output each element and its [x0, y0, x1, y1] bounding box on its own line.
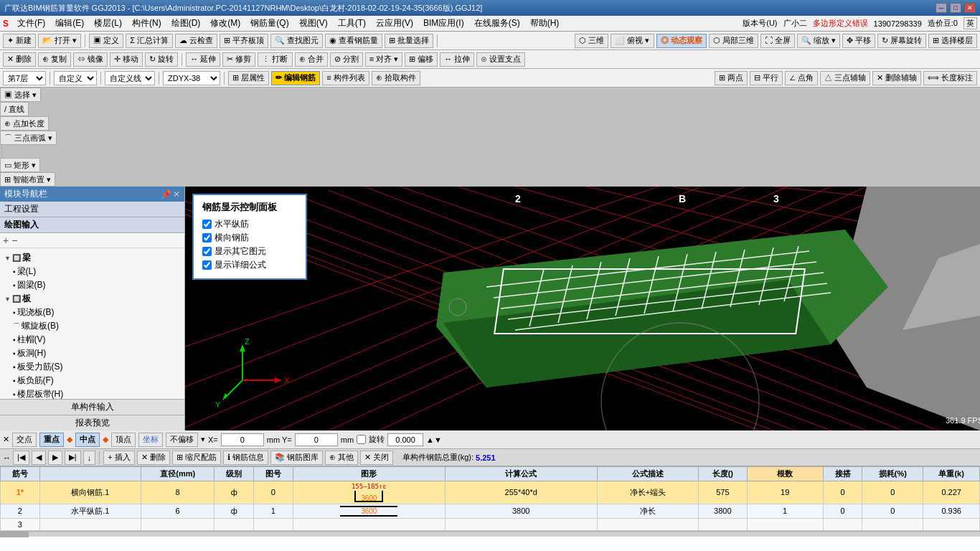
- delete-aux-button[interactable]: ✕ 删除辅轴: [872, 71, 921, 85]
- assistant-btn[interactable]: 广小二: [783, 18, 807, 29]
- sidebar-item-round-beam[interactable]: ▪圆梁(B): [11, 278, 182, 292]
- sidebar-item-slab-hole[interactable]: ▪板洞(H): [11, 347, 182, 360]
- show-elements-checkbox[interactable]: [202, 247, 212, 256]
- select-floor-button[interactable]: ⊞ 选择楼层: [928, 34, 977, 48]
- menu-floor[interactable]: 楼层(L): [90, 17, 126, 30]
- line-button[interactable]: / 直线: [0, 102, 29, 116]
- trim-button[interactable]: ✂ 修剪: [222, 52, 255, 67]
- two-point-button[interactable]: ⊞ 两点: [715, 71, 748, 85]
- menu-draw[interactable]: 绘图(D): [167, 17, 205, 30]
- sidebar-item-cast-slab[interactable]: ▪现浇板(B): [11, 306, 182, 319]
- snap-no-offset-button[interactable]: 不偏移: [166, 433, 198, 447]
- floor-level-button[interactable]: ⊞ 平齐板顶: [220, 34, 268, 48]
- collapse-icon[interactable]: −: [11, 235, 17, 246]
- menu-rebar[interactable]: 钢筋量(Q): [246, 17, 293, 30]
- menu-online[interactable]: 在线服务(S): [470, 17, 524, 30]
- other-rebar-button[interactable]: ⊕ 其他: [325, 451, 358, 465]
- single-component-input-button[interactable]: 单构件输入: [0, 399, 184, 415]
- menu-edit[interactable]: 编辑(E): [51, 17, 88, 30]
- split-button[interactable]: ⊘ 分割: [330, 52, 363, 67]
- horizontal-bar-checkbox[interactable]: [202, 220, 212, 229]
- show-formula-checkbox[interactable]: [202, 260, 212, 270]
- snap-center-button[interactable]: 中点: [75, 433, 100, 447]
- find-element-button[interactable]: 🔍 查找图元: [270, 34, 323, 48]
- sidebar-item-spiral-slab[interactable]: ⌒螺旋板(B): [11, 319, 182, 333]
- extend-button[interactable]: ↔ 延伸: [186, 52, 220, 67]
- insert-row-button[interactable]: + 插入: [103, 451, 134, 465]
- close-rebar-button[interactable]: ✕ 关闭: [360, 451, 393, 465]
- view-rebar-button[interactable]: ◉ 查看钢筋量: [325, 34, 382, 48]
- checkbox-show-elements[interactable]: 显示其它图元: [202, 245, 297, 258]
- align-button[interactable]: ≡ 对齐 ▾: [365, 52, 403, 67]
- report-preview-button[interactable]: 报表预览: [0, 415, 184, 430]
- checkbox-transverse-bar[interactable]: 横向钢筋: [202, 232, 297, 244]
- y-input[interactable]: [295, 433, 338, 446]
- sidebar-item-beam-l[interactable]: ▪梁(L): [11, 265, 182, 278]
- batch-select-button[interactable]: ⊞ 批量选择: [385, 34, 433, 48]
- line-code-select[interactable]: ZDYX-38: [163, 71, 220, 85]
- menu-bim[interactable]: BIM应用(I): [419, 17, 468, 30]
- zoom-button[interactable]: 🔍 缩放 ▾: [797, 34, 840, 48]
- sidebar-project-settings[interactable]: 工程设置: [0, 202, 184, 217]
- define-button[interactable]: ▣ 定义: [89, 34, 123, 48]
- rebar-library-button[interactable]: 📚 钢筋图库: [270, 451, 323, 465]
- delete-row-button[interactable]: ✕ 删除: [137, 451, 170, 465]
- mirror-button[interactable]: ⇔ 镜像: [73, 52, 108, 67]
- scale-config-button[interactable]: ⊞ 缩尺配筋: [172, 451, 221, 465]
- checkbox-horizontal-bar[interactable]: 水平纵筋: [202, 218, 297, 230]
- length-mark-button[interactable]: ⟺ 长度标注: [923, 71, 977, 85]
- nav-last-button[interactable]: ▶|: [65, 451, 81, 465]
- sidebar-item-slab-neg-bar[interactable]: ▪板负筋(F): [11, 374, 182, 387]
- new-button[interactable]: ✦ 新建: [3, 34, 36, 48]
- sidebar-item-floor-band[interactable]: ▪楼层板带(H): [11, 387, 182, 399]
- line-type-select[interactable]: 自定义线: [105, 71, 155, 85]
- pick-component-button[interactable]: ⊕ 拾取构件: [372, 71, 420, 85]
- open-button[interactable]: 📂 打开 ▾: [38, 34, 81, 48]
- offset-button[interactable]: ⊞ 偏移: [405, 52, 438, 67]
- rotate-checkbox[interactable]: [357, 435, 366, 444]
- rectangle-button[interactable]: ▭ 矩形 ▾: [0, 158, 40, 172]
- edit-rebar-button[interactable]: ✏ 编辑钢筋: [271, 71, 320, 85]
- menu-view[interactable]: 视图(V): [295, 17, 332, 30]
- parallel-button[interactable]: ⊟ 平行: [750, 71, 783, 85]
- menu-help[interactable]: 帮助(H): [526, 17, 564, 30]
- menu-cloud[interactable]: 云应用(V): [372, 17, 418, 30]
- checkbox-show-formula[interactable]: 显示详细公式: [202, 259, 297, 271]
- break-button[interactable]: ⋮ 打断: [258, 52, 292, 67]
- cloud-check-button[interactable]: ☁ 云检查: [175, 34, 217, 48]
- sidebar-item-column-cap[interactable]: ▪柱帽(V): [11, 333, 182, 347]
- expand-icon[interactable]: +: [3, 235, 9, 246]
- sidebar-group-slab[interactable]: ▼ 🔲 板: [3, 292, 182, 306]
- rebar-row-1[interactable]: 1* 横向钢筋.1 8 ф 0 155—185↑ε 255*40*d 净长+端头…: [1, 481, 980, 504]
- select-button[interactable]: ▣ 选择 ▾: [0, 88, 41, 102]
- menu-component[interactable]: 构件(N): [128, 17, 166, 30]
- x-input[interactable]: [221, 433, 264, 446]
- sidebar-close-icon[interactable]: ✕: [173, 189, 180, 199]
- sidebar-pin-icon[interactable]: 📌: [161, 189, 171, 199]
- rebar-table-container[interactable]: 筋号 直径(mm) 级别 图号 图形 计算公式 公式描述 长度() 根数 接搭 …: [0, 466, 980, 551]
- delete-button[interactable]: ✕ 删除: [3, 52, 36, 67]
- layer-select[interactable]: 第7层: [3, 71, 46, 85]
- fullscreen-button[interactable]: ⛶ 全屏: [760, 34, 795, 48]
- stretch-button[interactable]: ↔ 拉伸: [440, 52, 474, 67]
- rebar-info-button[interactable]: ℹ 钢筋信息: [223, 451, 268, 465]
- dynamic-view-button[interactable]: ◎ 动态观察: [656, 34, 707, 48]
- set-pivot-button[interactable]: ⊙ 设置支点: [476, 52, 525, 67]
- rebar-row-3[interactable]: 3: [1, 518, 980, 530]
- minimize-button[interactable]: ─: [936, 3, 947, 13]
- point-angle-button[interactable]: ∠ 点角: [785, 71, 818, 85]
- sidebar-item-slab-force-bar[interactable]: ▪板受力筋(S): [11, 360, 182, 374]
- close-button[interactable]: ✕: [964, 3, 976, 13]
- menu-file[interactable]: 文件(F): [13, 17, 50, 30]
- rebar-row-2[interactable]: 2 水平纵筋.1 6 ф 1 3600 3600 3800 净长 3800 1: [1, 504, 980, 518]
- menu-modify[interactable]: 修改(M): [206, 17, 245, 30]
- language-indicator[interactable]: 英: [963, 17, 977, 29]
- table-scrollbar[interactable]: [0, 531, 980, 537]
- rotate-button[interactable]: ↻ 旋转: [145, 52, 178, 67]
- nav-down-button[interactable]: ↓: [83, 451, 96, 465]
- component-list-button[interactable]: ≡ 构件列表: [322, 71, 369, 85]
- smart-layout-button[interactable]: ⊞ 智能布置 ▾: [0, 172, 55, 187]
- menu-tools[interactable]: 工具(T): [334, 17, 370, 30]
- viewport[interactable]: 2 B 3 Z X Y 361.9 FPS 钢筋显: [185, 187, 980, 430]
- nav-prev-button[interactable]: ◀: [32, 451, 46, 465]
